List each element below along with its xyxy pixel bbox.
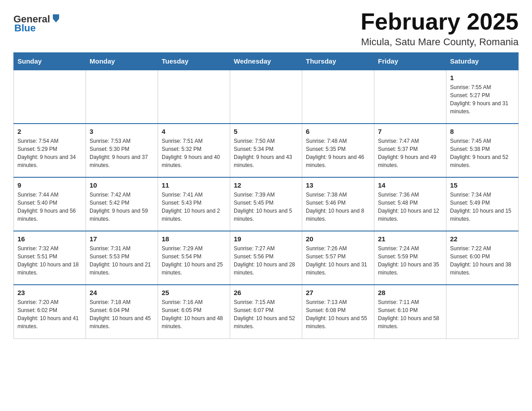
calendar-cell xyxy=(302,70,374,124)
calendar-cell: 10Sunrise: 7:42 AM Sunset: 5:42 PM Dayli… xyxy=(86,177,158,231)
day-info: Sunrise: 7:31 AM Sunset: 5:53 PM Dayligh… xyxy=(90,244,154,277)
calendar-cell: 8Sunrise: 7:45 AM Sunset: 5:38 PM Daylig… xyxy=(446,124,519,177)
logo: General Blue xyxy=(13,13,61,34)
calendar-cell: 17Sunrise: 7:31 AM Sunset: 5:53 PM Dayli… xyxy=(86,231,158,285)
day-number: 15 xyxy=(450,181,515,189)
day-number: 22 xyxy=(450,235,515,243)
day-info: Sunrise: 7:34 AM Sunset: 5:49 PM Dayligh… xyxy=(450,191,515,223)
calendar-cell: 24Sunrise: 7:18 AM Sunset: 6:04 PM Dayli… xyxy=(86,285,158,338)
calendar-cell xyxy=(86,70,158,124)
day-number: 20 xyxy=(306,235,370,243)
calendar-cell xyxy=(446,285,519,338)
day-number: 12 xyxy=(234,181,298,189)
calendar-week-row: 9Sunrise: 7:44 AM Sunset: 5:40 PM Daylig… xyxy=(14,177,519,231)
weekday-header-thursday: Thursday xyxy=(302,53,374,70)
day-info: Sunrise: 7:42 AM Sunset: 5:42 PM Dayligh… xyxy=(90,191,154,223)
day-info: Sunrise: 7:47 AM Sunset: 5:37 PM Dayligh… xyxy=(378,137,442,169)
calendar-cell: 6Sunrise: 7:48 AM Sunset: 5:35 PM Daylig… xyxy=(302,124,374,177)
day-info: Sunrise: 7:53 AM Sunset: 5:30 PM Dayligh… xyxy=(90,137,154,169)
weekday-header-monday: Monday xyxy=(86,53,158,70)
day-number: 4 xyxy=(162,128,226,135)
day-number: 26 xyxy=(234,289,298,296)
day-number: 27 xyxy=(306,289,370,296)
calendar-header-row: SundayMondayTuesdayWednesdayThursdayFrid… xyxy=(14,53,519,70)
day-number: 16 xyxy=(17,235,82,243)
day-info: Sunrise: 7:36 AM Sunset: 5:48 PM Dayligh… xyxy=(378,191,442,223)
logo-flag-icon xyxy=(51,13,61,23)
day-number: 2 xyxy=(17,128,82,135)
day-number: 18 xyxy=(162,235,226,243)
day-number: 13 xyxy=(306,181,370,189)
day-info: Sunrise: 7:45 AM Sunset: 5:38 PM Dayligh… xyxy=(450,137,515,169)
day-info: Sunrise: 7:29 AM Sunset: 5:54 PM Dayligh… xyxy=(162,244,226,277)
calendar-cell: 1Sunrise: 7:55 AM Sunset: 5:27 PM Daylig… xyxy=(446,70,519,124)
day-number: 10 xyxy=(90,181,154,189)
calendar-cell: 20Sunrise: 7:26 AM Sunset: 5:57 PM Dayli… xyxy=(302,231,374,285)
day-number: 24 xyxy=(90,289,154,296)
day-number: 23 xyxy=(17,289,82,296)
day-number: 28 xyxy=(378,289,442,296)
calendar-cell: 4Sunrise: 7:51 AM Sunset: 5:32 PM Daylig… xyxy=(158,124,230,177)
day-info: Sunrise: 7:20 AM Sunset: 6:02 PM Dayligh… xyxy=(17,298,82,330)
calendar-cell: 12Sunrise: 7:39 AM Sunset: 5:45 PM Dayli… xyxy=(230,177,302,231)
day-number: 17 xyxy=(90,235,154,243)
calendar-cell xyxy=(158,70,230,124)
calendar-cell: 28Sunrise: 7:11 AM Sunset: 6:10 PM Dayli… xyxy=(374,285,446,338)
calendar-table: SundayMondayTuesdayWednesdayThursdayFrid… xyxy=(13,52,519,339)
day-number: 11 xyxy=(162,181,226,189)
day-info: Sunrise: 7:22 AM Sunset: 6:00 PM Dayligh… xyxy=(450,244,515,277)
day-info: Sunrise: 7:41 AM Sunset: 5:43 PM Dayligh… xyxy=(162,191,226,223)
day-number: 25 xyxy=(162,289,226,296)
calendar-cell: 14Sunrise: 7:36 AM Sunset: 5:48 PM Dayli… xyxy=(374,177,446,231)
day-number: 9 xyxy=(17,181,82,189)
weekday-header-tuesday: Tuesday xyxy=(158,53,230,70)
day-info: Sunrise: 7:13 AM Sunset: 6:08 PM Dayligh… xyxy=(306,298,370,330)
day-info: Sunrise: 7:16 AM Sunset: 6:05 PM Dayligh… xyxy=(162,298,226,330)
calendar-week-row: 2Sunrise: 7:54 AM Sunset: 5:29 PM Daylig… xyxy=(14,124,519,177)
month-year-title: February 2025 xyxy=(360,9,519,34)
calendar-week-row: 16Sunrise: 7:32 AM Sunset: 5:51 PM Dayli… xyxy=(14,231,519,285)
calendar-cell xyxy=(14,70,86,124)
day-info: Sunrise: 7:55 AM Sunset: 5:27 PM Dayligh… xyxy=(450,83,515,116)
day-number: 1 xyxy=(450,74,515,81)
day-info: Sunrise: 7:11 AM Sunset: 6:10 PM Dayligh… xyxy=(378,298,442,330)
calendar-cell: 22Sunrise: 7:22 AM Sunset: 6:00 PM Dayli… xyxy=(446,231,519,285)
title-area: February 2025 Micula, Satu Mare County, … xyxy=(360,9,519,48)
calendar-cell: 5Sunrise: 7:50 AM Sunset: 5:34 PM Daylig… xyxy=(230,124,302,177)
calendar-cell: 11Sunrise: 7:41 AM Sunset: 5:43 PM Dayli… xyxy=(158,177,230,231)
weekday-header-sunday: Sunday xyxy=(14,53,86,70)
day-info: Sunrise: 7:24 AM Sunset: 5:59 PM Dayligh… xyxy=(378,244,442,277)
day-info: Sunrise: 7:51 AM Sunset: 5:32 PM Dayligh… xyxy=(162,137,226,169)
calendar-cell: 9Sunrise: 7:44 AM Sunset: 5:40 PM Daylig… xyxy=(14,177,86,231)
day-info: Sunrise: 7:54 AM Sunset: 5:29 PM Dayligh… xyxy=(17,137,82,169)
weekday-header-saturday: Saturday xyxy=(446,53,519,70)
logo-blue-text: Blue xyxy=(14,22,36,34)
calendar-week-row: 1Sunrise: 7:55 AM Sunset: 5:27 PM Daylig… xyxy=(14,70,519,124)
svg-marker-1 xyxy=(53,19,59,22)
svg-marker-0 xyxy=(53,14,59,19)
calendar-cell xyxy=(230,70,302,124)
calendar-cell xyxy=(374,70,446,124)
calendar-cell: 21Sunrise: 7:24 AM Sunset: 5:59 PM Dayli… xyxy=(374,231,446,285)
location-subtitle: Micula, Satu Mare County, Romania xyxy=(360,36,519,48)
day-info: Sunrise: 7:15 AM Sunset: 6:07 PM Dayligh… xyxy=(234,298,298,330)
day-info: Sunrise: 7:44 AM Sunset: 5:40 PM Dayligh… xyxy=(17,191,82,223)
day-number: 14 xyxy=(378,181,442,189)
day-info: Sunrise: 7:18 AM Sunset: 6:04 PM Dayligh… xyxy=(90,298,154,330)
calendar-cell: 3Sunrise: 7:53 AM Sunset: 5:30 PM Daylig… xyxy=(86,124,158,177)
calendar-cell: 23Sunrise: 7:20 AM Sunset: 6:02 PM Dayli… xyxy=(14,285,86,338)
weekday-header-wednesday: Wednesday xyxy=(230,53,302,70)
day-number: 19 xyxy=(234,235,298,243)
weekday-header-friday: Friday xyxy=(374,53,446,70)
day-number: 3 xyxy=(90,128,154,135)
calendar-week-row: 23Sunrise: 7:20 AM Sunset: 6:02 PM Dayli… xyxy=(14,285,519,338)
day-info: Sunrise: 7:26 AM Sunset: 5:57 PM Dayligh… xyxy=(306,244,370,277)
day-number: 5 xyxy=(234,128,298,135)
day-info: Sunrise: 7:39 AM Sunset: 5:45 PM Dayligh… xyxy=(234,191,298,223)
calendar-cell: 25Sunrise: 7:16 AM Sunset: 6:05 PM Dayli… xyxy=(158,285,230,338)
calendar-cell: 16Sunrise: 7:32 AM Sunset: 5:51 PM Dayli… xyxy=(14,231,86,285)
day-number: 8 xyxy=(450,128,515,135)
calendar-cell: 27Sunrise: 7:13 AM Sunset: 6:08 PM Dayli… xyxy=(302,285,374,338)
calendar-cell: 15Sunrise: 7:34 AM Sunset: 5:49 PM Dayli… xyxy=(446,177,519,231)
day-number: 21 xyxy=(378,235,442,243)
